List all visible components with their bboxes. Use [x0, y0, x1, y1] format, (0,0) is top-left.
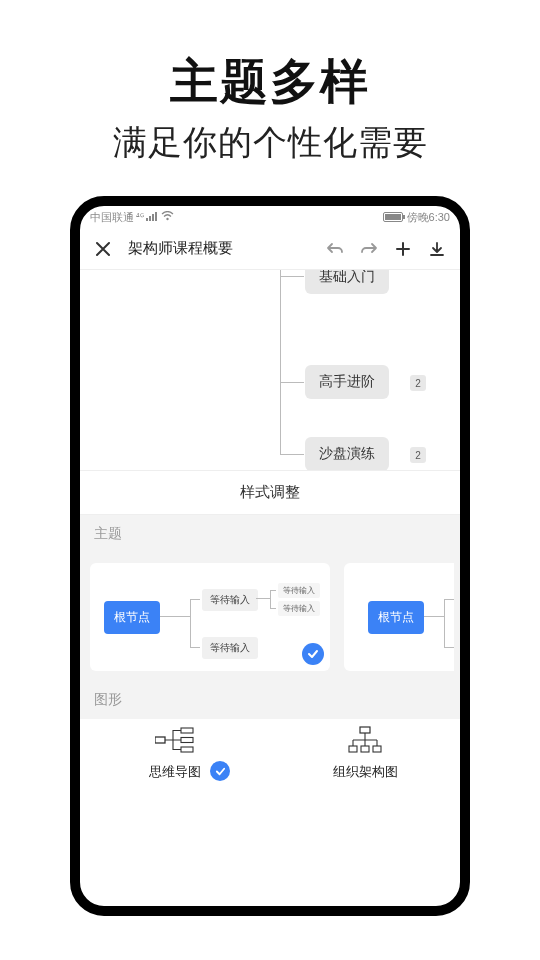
- close-button[interactable]: [88, 234, 118, 264]
- svg-rect-8: [181, 747, 193, 752]
- signal-bars-icon: [146, 211, 158, 223]
- mindmap-node[interactable]: 基础入门: [305, 270, 389, 294]
- battery-icon: [383, 212, 403, 222]
- svg-rect-2: [152, 214, 154, 221]
- child-count-badge[interactable]: 2: [410, 375, 426, 391]
- add-button[interactable]: [388, 234, 418, 264]
- svg-rect-7: [181, 738, 193, 743]
- child-count-badge[interactable]: 2: [410, 447, 426, 463]
- mindmap-canvas[interactable]: 基础入门 高手进阶 2 沙盘演练 2: [80, 270, 460, 470]
- theme-gchild-node: 等待输入: [278, 583, 320, 598]
- promo-title: 主题多样: [0, 50, 540, 114]
- signal-icon: ⁴ᴳ: [136, 212, 144, 222]
- section-label-shape: 图形: [80, 681, 460, 719]
- section-label-theme: 主题: [80, 515, 460, 553]
- style-panel-title: 样式调整: [80, 470, 460, 515]
- theme-child-node: 等待输入: [202, 637, 258, 659]
- svg-rect-0: [146, 218, 148, 221]
- svg-rect-1: [149, 216, 151, 221]
- promo-subtitle: 满足你的个性化需要: [0, 120, 540, 166]
- carrier-label: 中国联通: [90, 210, 134, 225]
- redo-button[interactable]: [354, 234, 384, 264]
- document-title: 架构师课程概要: [128, 239, 310, 258]
- theme-selector[interactable]: 根节点 等待输入 等待输入 等待输入 等待输入 根节点: [80, 553, 460, 681]
- shape-option-mindmap[interactable]: 思维导图: [80, 725, 270, 781]
- undo-button[interactable]: [320, 234, 350, 264]
- theme-root-node: 根节点: [368, 601, 424, 634]
- svg-rect-11: [361, 746, 369, 752]
- shape-label: 思维导图: [149, 763, 201, 781]
- mindmap-node[interactable]: 沙盘演练: [305, 437, 389, 470]
- theme-child-node: 等待输入: [202, 589, 258, 611]
- theme-gchild-node: 等待输入: [278, 601, 320, 616]
- selected-check-icon: [210, 761, 230, 781]
- selected-check-icon: [302, 643, 324, 665]
- shape-selector: 思维导图 组织架构图: [80, 719, 460, 795]
- svg-point-4: [166, 218, 168, 220]
- app-header: 架构师课程概要: [80, 228, 460, 270]
- shape-label: 组织架构图: [333, 763, 398, 781]
- mindmap-node[interactable]: 高手进阶: [305, 365, 389, 399]
- theme-card[interactable]: 根节点: [344, 563, 454, 671]
- svg-rect-5: [155, 737, 165, 743]
- clock-label: 傍晚6:30: [407, 210, 450, 225]
- wifi-icon: [161, 211, 174, 223]
- mindmap-icon: [155, 725, 195, 755]
- svg-rect-9: [360, 727, 370, 733]
- phone-frame: 中国联通 ⁴ᴳ 傍晚6:30 架构师课程概要: [70, 196, 470, 916]
- svg-rect-10: [349, 746, 357, 752]
- shape-option-orgchart[interactable]: 组织架构图: [270, 725, 460, 781]
- download-button[interactable]: [422, 234, 452, 264]
- theme-root-node: 根节点: [104, 601, 160, 634]
- svg-rect-12: [373, 746, 381, 752]
- svg-rect-6: [181, 728, 193, 733]
- status-bar: 中国联通 ⁴ᴳ 傍晚6:30: [80, 206, 460, 228]
- svg-rect-3: [155, 212, 157, 221]
- orgchart-icon: [345, 725, 385, 755]
- theme-card[interactable]: 根节点 等待输入 等待输入 等待输入 等待输入: [90, 563, 330, 671]
